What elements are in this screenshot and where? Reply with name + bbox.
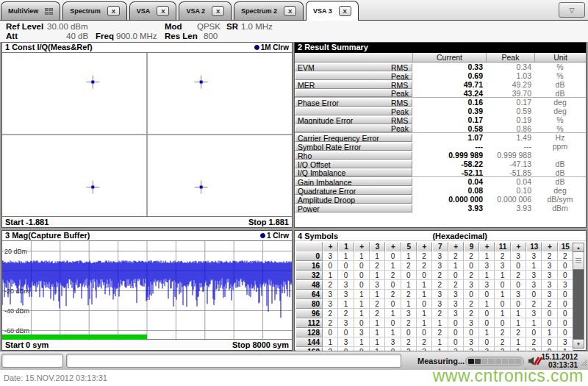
symbol-value-cell: 1 [370,318,385,328]
symbols-row-label: 144 [295,337,323,347]
tab-spectrum-2[interactable]: Spectrum 2X [234,1,304,20]
symbol-value-cell: 2 [558,251,573,261]
symbol-value-cell: 3 [526,309,542,318]
symbols-row-label: 48 [295,280,323,290]
symbols-scrollbar[interactable]: ▲ ▼ [573,243,584,349]
symbol-value-cell: 0 [558,309,573,318]
freq-value[interactable]: 900.0 MHz [116,32,157,40]
symbol-value-cell: 0 [448,271,464,280]
res-len-value[interactable]: 800 [204,32,218,40]
symbol-value-cell: 1 [479,251,495,261]
tab-close-button[interactable]: X [212,6,224,16]
progress-segment [475,359,481,364]
tab-label: Spectrum [70,7,101,15]
result-row-label: Gain Imbalance [295,178,412,186]
symbol-value-cell: 2 [417,337,432,347]
scrollbar-thumb[interactable] [573,252,584,270]
result-row-label: Power [295,204,412,212]
symbol-value-cell: 3 [338,337,354,347]
trace-legend-text: 1M Clrw [261,43,289,52]
symbol-value-cell: 0 [401,328,417,337]
mag-trace [2,241,292,340]
status-input-field-2[interactable] [66,354,401,368]
const-stop-label: Stop 1.881 [248,218,289,226]
result-peak-value: 3.93 [486,204,534,212]
result-unit: Hz [534,133,586,142]
vsa-application-window: MultiViewSpectrumXVSAXVSA 2XSpectrum 2XV… [0,0,588,386]
symbols-panel-title: 4 Symbols (Hexadecimal) [295,231,586,241]
result-row-label: Quadrature Error [295,187,412,195]
scroll-up-button[interactable]: ▲ [573,243,584,252]
symbol-value-cell: 1 [401,280,417,290]
symbol-value-cell: 2 [370,309,385,318]
result-row: Magnitude ErrorRMS0.170.19% [295,115,586,124]
chevron-down-icon: ▽ [570,7,575,14]
symbol-value-cell: 3 [511,251,526,261]
const-iq-plot-area[interactable] [2,53,292,216]
symbol-value-cell: 3 [464,337,479,347]
result-column-header: Current [412,53,486,62]
result-peak-value: 0.34 [486,62,534,71]
symbol-value-cell: 2 [385,290,401,299]
result-peak-value: 0.59 [486,107,534,115]
mod-value[interactable]: QPSK [197,22,220,31]
footer-date-text: Date: 15.NOV.2012 03:13:31 [4,374,107,382]
constellation-point [91,81,94,84]
symbol-value-cell: 1 [354,309,370,318]
symbol-value-cell: 3 [542,271,557,280]
tab-vsa[interactable]: VSAX [129,1,177,20]
progress-segment [488,359,494,364]
symbol-value-cell: 1 [338,251,354,261]
const-iq-axis-bar: Start -1.881 Stop 1.881 [2,216,292,227]
symbol-value-cell: 0 [338,271,354,280]
result-column-header: Unit [534,53,586,62]
symbol-value-cell: 3 [432,261,448,271]
tab-close-button[interactable]: X [107,6,120,16]
result-row-label: Peak [295,107,412,115]
symbol-value-cell: 1 [370,271,385,280]
tab-vsa-2[interactable]: VSA 2X [179,1,232,20]
symbols-format-label: (Hexadecimal) [432,232,583,240]
status-input-field-1[interactable] [1,354,63,368]
scrollbar-track[interactable] [573,270,584,339]
symbol-value-cell: 2 [495,251,510,261]
result-current-value: 0.58 [412,124,486,133]
symbol-value-cell: 0 [479,337,495,347]
mag-capture-plot-area[interactable]: 20 dBm-20 dBm-40 dBm-60 dBm [2,241,292,339]
sr-value[interactable]: 1.0 MHz [241,22,273,31]
symbol-value-cell: 0 [385,280,401,290]
tab-close-button[interactable]: X [284,6,296,16]
tab-spectrum[interactable]: SpectrumX [62,1,127,20]
symbols-column-header: + [448,242,464,252]
symbols-row: 160002122310330130 [295,261,573,271]
scroll-down-button[interactable]: ▼ [573,339,584,349]
symbol-value-cell: 2 [464,309,479,318]
symbol-value-cell: 3 [323,299,338,309]
att-value[interactable]: 40 dB [66,32,88,40]
tab-vsa-3[interactable]: VSA 3X [306,1,359,21]
symbol-value-cell: 3 [432,251,448,261]
result-label-text: Power [298,204,320,213]
tab-close-button[interactable]: X [339,6,351,16]
result-unit: ppm [534,142,586,151]
result-current-value: -52.11 [412,168,486,177]
symbol-value-cell: 3 [354,328,370,337]
result-row-label: EVMRMS [295,63,412,71]
result-row-label: Phase ErrorRMS [295,99,412,107]
result-peak-value: 1.03 [486,71,534,80]
symbol-value-cell: 2 [464,271,479,280]
tab-label: VSA 2 [186,7,205,15]
tab-close-button[interactable]: X [157,6,169,16]
tab-label: VSA [137,7,151,15]
symbol-value-cell: 2 [323,318,338,328]
result-current-value: 0.08 [412,186,486,195]
symbol-value-cell: 0 [495,318,510,328]
symbol-value-cell: 3 [526,280,542,290]
symbol-value-cell: 0 [354,280,370,290]
symbol-value-cell: 1 [385,261,401,271]
symbol-value-cell: 2 [370,261,385,271]
symbol-value-cell: 2 [370,299,385,309]
tab-overflow-button[interactable]: ▽ [559,2,585,18]
ref-level-value[interactable]: 30.00 dBm [47,22,88,31]
tab-multiview[interactable]: MultiView [1,1,60,20]
